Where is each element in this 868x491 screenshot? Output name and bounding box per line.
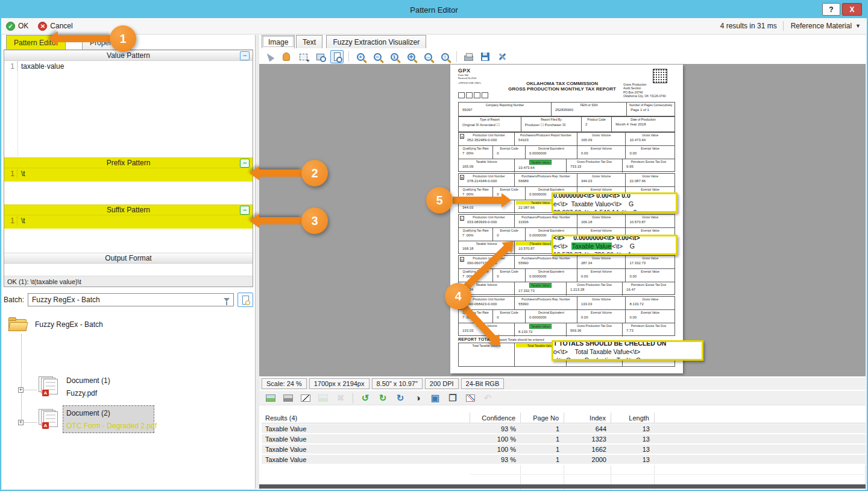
document-stack-icon: A — [39, 376, 60, 396]
form-type-row: Type of ReportOriginal ☒ Amended ☐Report… — [458, 116, 675, 132]
contrast-icon[interactable]: ◑ — [411, 391, 424, 405]
form-cell: Number of Pages ConsecutivelyPage 1 of 1 — [627, 103, 675, 116]
zoom-actual-size-icon[interactable]: 1 — [388, 50, 401, 63]
pattern-editor-window: Pattern Editor ? x ✓ OK ✕ Cancel 4 resul… — [0, 0, 868, 491]
copy-pages-icon[interactable]: ❐ — [446, 391, 459, 405]
image-binarize-icon[interactable] — [299, 391, 312, 405]
rotate-left-icon[interactable]: ↺ — [359, 391, 372, 405]
chevron-down-icon: ▼ — [855, 23, 861, 29]
value-pattern-code[interactable]: taxable·value — [17, 62, 64, 71]
collapse-value-pattern-button[interactable]: − — [240, 51, 250, 60]
prefix-pattern-code[interactable]: \t — [17, 169, 25, 178]
results-scrollbar[interactable] — [259, 484, 866, 489]
form-cell: Type of ReportOriginal ☒ Amended ☐ — [459, 117, 521, 131]
form-section-A: Production Unit Number052-352489-0-000AP… — [458, 132, 675, 172]
viewer-panel: +−1✛↔↕ GPX Form 300 Revised 10-2014 -OFF… — [259, 35, 866, 489]
pdf-icon: A — [42, 422, 49, 429]
form-cell: Date of ProductionMonth 4 Year 2018 — [612, 117, 675, 131]
office-use-boxes — [458, 92, 489, 98]
fuzzy-match-popup-1: 0.0000000<\t> 0.00<\t> 0.0e<\t> Taxabte … — [552, 192, 678, 213]
value-pattern-editor[interactable] — [4, 61, 253, 156]
empty-result-row — [262, 475, 866, 485]
tree-expander[interactable]: + — [18, 420, 24, 425]
color-curve-icon[interactable] — [464, 391, 477, 405]
pointer-tool-icon[interactable] — [263, 50, 276, 63]
fuzzy-match-popup-3: T TOTALS SHOULD BE CHECLED ONo<\t> Total… — [552, 340, 703, 361]
batch-selector[interactable]: Fuzzy RegEx - Batch — [28, 293, 234, 306]
status-cell: 24-Bit RGB — [461, 378, 505, 389]
callout-arrow-1 — [48, 31, 111, 46]
reference-material-dropdown[interactable]: Reference Material ▼ — [784, 22, 867, 30]
cancel-x-icon: ✕ — [38, 22, 47, 31]
delete-icon: ✖ — [334, 391, 347, 405]
status-cell: Scale: 24 % — [262, 378, 307, 389]
rotate-right-icon[interactable]: ↻ — [376, 391, 389, 405]
tab-image[interactable]: Image — [262, 35, 295, 48]
fuzzy-match-popup-2: <\t> 0.0000000<\t> 0.00<\t>e<\t> Taxable… — [552, 235, 678, 255]
value-pattern-header: Value Pattern − — [4, 50, 253, 61]
tree-root-label[interactable]: Fuzzy RegEx - Batch — [35, 320, 103, 329]
form-cell: FEIN or SSN252835660 — [552, 103, 627, 116]
callout-arrow-5 — [453, 193, 511, 207]
image-canvas[interactable]: GPX Form 300 Revised 10-2014 -OFFICE USE… — [259, 64, 866, 376]
tools-icon[interactable] — [495, 50, 509, 63]
result-row[interactable]: Taxable Value100 %1132313 — [262, 434, 866, 444]
window-title: Pattern Editor — [410, 5, 458, 14]
tree-expander[interactable]: + — [18, 387, 24, 393]
column-index[interactable]: Index — [564, 413, 611, 423]
batch-tree: Fuzzy RegEx - Batch +ADocument (1)Fuzzy.… — [4, 310, 254, 487]
suffix-pattern-code[interactable]: \t — [17, 217, 25, 225]
zoom-out-icon[interactable]: − — [371, 50, 384, 63]
callout-1: 1 — [110, 25, 136, 52]
image-tools-toolbar: ✖↺↻↻◑▣❐↶ — [259, 391, 866, 405]
callout-arrow-3 — [250, 214, 301, 228]
line-number: 1 — [4, 62, 17, 71]
tab-text[interactable]: Text — [296, 35, 322, 48]
result-row[interactable]: Taxable Value100 %1166213 — [262, 445, 866, 454]
zoom-page-icon[interactable] — [330, 50, 344, 63]
view-document-button[interactable] — [237, 293, 253, 307]
pattern-sections: Value Pattern − 1 taxable·value Prefix P… — [4, 49, 253, 287]
zoom-in-icon[interactable]: + — [354, 50, 367, 63]
help-button[interactable]: ? — [822, 3, 840, 16]
results-title[interactable]: Results (4) — [262, 413, 470, 423]
tab-fuzzy-extraction-visualizer[interactable]: Fuzzy Extraction Visualizer — [326, 35, 426, 48]
result-row[interactable]: Taxable Value93 %1200013 — [262, 455, 866, 464]
callout-3: 3 — [301, 207, 328, 234]
document-search-icon — [242, 296, 249, 305]
image-color-icon[interactable] — [264, 391, 277, 405]
select-region-icon[interactable] — [297, 50, 310, 63]
column-page-no[interactable]: Page No — [521, 413, 564, 423]
line-number: 1 — [4, 217, 17, 225]
form-title: OKLAHOMA TAX COMMISSION GROSS PRODUCTION… — [497, 81, 627, 92]
form-cell: Company Reporting Number55097 — [459, 103, 552, 116]
callout-4: 4 — [445, 283, 471, 309]
undo-icon: ↶ — [481, 391, 494, 405]
close-button[interactable]: x — [842, 3, 862, 16]
callout-arrow-2 — [250, 166, 301, 180]
image-adjust-icon — [316, 391, 330, 405]
image-grayscale-icon[interactable] — [281, 391, 295, 405]
collapse-suffix-pattern-button[interactable]: − — [240, 206, 250, 215]
pan-tool-icon[interactable] — [280, 50, 293, 63]
column-confidence[interactable]: Confidence — [470, 413, 521, 423]
form-cell: Report Filed ByProducer ☐ Purchaser ☒ — [521, 117, 582, 131]
refresh-icon[interactable]: ↻ — [394, 391, 407, 405]
collapse-prefix-pattern-button[interactable]: − — [240, 159, 250, 168]
zoom-selection-icon[interactable] — [313, 50, 327, 63]
form-info-row: Company Reporting Number55097FEIN or SSN… — [458, 102, 675, 116]
status-cell: 1700px x 2194px — [309, 378, 370, 389]
save-icon[interactable] — [479, 50, 492, 63]
zoom-fit-height-icon[interactable]: ↕ — [438, 50, 451, 63]
zoom-fit-page-icon[interactable]: ✛ — [404, 50, 418, 63]
results-header: Results (4) Confidence Page No Index Len… — [262, 413, 866, 423]
result-row[interactable]: Taxable Value93 %164413 — [262, 424, 866, 434]
title-bar: Pattern Editor ? x — [1, 1, 867, 18]
zoom-fit-width-icon[interactable]: ↔ — [421, 50, 435, 63]
ok-button[interactable]: ✓ OK — [1, 18, 33, 34]
crop-icon[interactable]: ▣ — [429, 391, 442, 405]
column-length[interactable]: Length — [611, 413, 655, 423]
output-format-header[interactable]: Output Format — [4, 253, 253, 264]
print-icon[interactable] — [462, 50, 475, 63]
results-table: Results (4) Confidence Page No Index Len… — [259, 409, 866, 489]
